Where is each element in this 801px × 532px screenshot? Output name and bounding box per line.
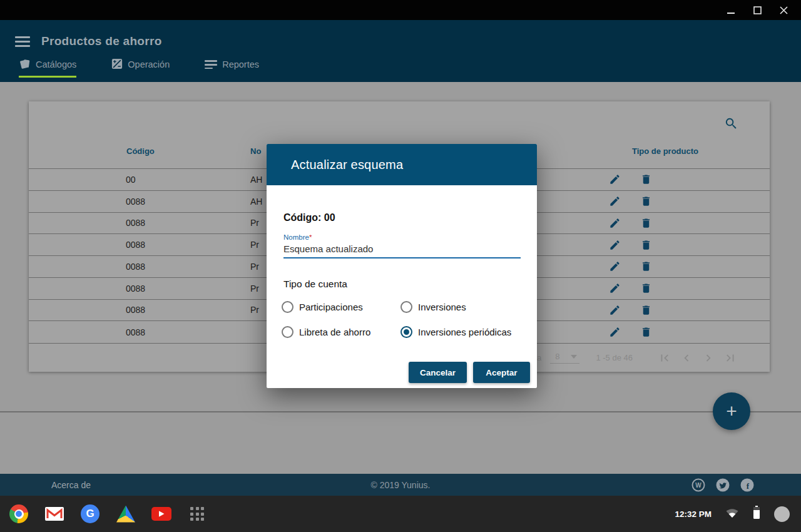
cell-codigo: 0088: [29, 327, 250, 337]
delete-trash-icon[interactable]: [640, 217, 652, 229]
cell-codigo: 0088: [29, 305, 250, 315]
youtube-icon[interactable]: [151, 504, 171, 524]
delete-trash-icon[interactable]: [640, 260, 652, 272]
screen: Productos de ahorro Catálogos Operación …: [0, 0, 801, 532]
radio-inversiones[interactable]: Inversiones: [400, 301, 511, 313]
cell-codigo: 0088: [29, 240, 250, 250]
delete-trash-icon[interactable]: [640, 282, 652, 294]
add-button[interactable]: +: [713, 392, 750, 430]
cell-codigo: 0088: [29, 284, 250, 294]
cancel-button[interactable]: Cancelar: [409, 362, 467, 383]
close-icon[interactable]: [775, 1, 792, 19]
copyright-text: © 2019 Yunius.: [0, 480, 801, 490]
wordpress-icon[interactable]: W: [691, 478, 705, 492]
dialog-header: Actualizar esquema: [267, 144, 537, 185]
radio-circle-icon: [282, 326, 293, 338]
tab-operacion[interactable]: Operación: [111, 58, 170, 78]
twitter-icon[interactable]: [716, 478, 730, 492]
tab-label: Reportes: [222, 59, 259, 69]
delete-trash-icon[interactable]: [640, 173, 652, 185]
edit-pencil-icon[interactable]: [609, 173, 621, 185]
update-scheme-dialog: Actualizar esquema Código: 00 Nombre* Es…: [267, 144, 537, 388]
app-header: Productos de ahorro Catálogos Operación …: [0, 20, 801, 82]
last-page-icon[interactable]: [723, 351, 737, 365]
radio-libreta-de-ahorro[interactable]: Libreta de ahorro: [282, 326, 400, 338]
content-divider: [0, 411, 801, 412]
cell-actions: [526, 195, 735, 207]
edit-pencil-icon[interactable]: [609, 195, 621, 207]
edit-pencil-icon[interactable]: [609, 260, 621, 272]
dialog-title: Actualizar esquema: [291, 158, 403, 172]
pagination-range: 1 -5 de 46: [596, 353, 633, 362]
input-underline: [283, 257, 521, 258]
rows-per-page-label: a: [537, 353, 541, 362]
delete-trash-icon[interactable]: [640, 326, 652, 338]
cell-actions: [526, 217, 735, 229]
minimize-icon[interactable]: [722, 1, 740, 19]
maximize-icon[interactable]: [748, 1, 766, 19]
cell-codigo: 00: [29, 175, 250, 185]
radio-label: Inversiones periódicas: [418, 327, 511, 337]
chrome-icon[interactable]: [9, 504, 29, 524]
edit-pencil-icon[interactable]: [609, 304, 621, 316]
wifi-icon[interactable]: [725, 507, 739, 521]
radio-label: Inversiones: [418, 302, 466, 312]
previous-page-icon[interactable]: [680, 351, 693, 365]
chevron-down-icon: [571, 355, 577, 359]
delete-trash-icon[interactable]: [640, 304, 652, 316]
next-page-icon[interactable]: [702, 351, 715, 365]
column-header-tipo-de-producto: Tipo de producto: [561, 146, 770, 156]
search-icon[interactable]: [724, 116, 738, 133]
drive-icon[interactable]: [116, 504, 136, 524]
reports-icon: [205, 60, 217, 69]
account-type-radio-group: Participaciones Inversiones Libreta de a…: [282, 301, 511, 338]
window-titlebar: [0, 0, 801, 20]
gmail-icon[interactable]: [44, 504, 64, 524]
system-shelf: G 12:32 PM: [0, 496, 801, 532]
radio-label: Libreta de ahorro: [299, 327, 370, 337]
svg-text:W: W: [695, 482, 702, 489]
cell-actions: [526, 326, 735, 338]
radio-circle-icon: [282, 301, 293, 313]
tab-reportes[interactable]: Reportes: [205, 58, 259, 78]
page-size-select[interactable]: 8: [550, 352, 579, 364]
edit-pencil-icon[interactable]: [609, 282, 621, 294]
operation-icon: [111, 58, 123, 71]
tab-label: Operación: [128, 59, 170, 69]
radio-inversiones-periodicas[interactable]: Inversiones periódicas: [400, 326, 511, 338]
radio-circle-icon: [400, 301, 412, 313]
battery-icon[interactable]: [753, 506, 760, 522]
catalogs-icon: [19, 58, 31, 71]
edit-pencil-icon[interactable]: [609, 326, 621, 338]
radio-circle-icon: [400, 326, 412, 338]
tab-catalogos[interactable]: Catálogos: [19, 58, 76, 78]
accept-button[interactable]: Aceptar: [473, 362, 530, 383]
codigo-value: Código: 00: [283, 212, 335, 223]
clock[interactable]: 12:32 PM: [675, 509, 712, 519]
radio-label: Participaciones: [299, 302, 363, 312]
edit-pencil-icon[interactable]: [609, 239, 621, 251]
svg-text:f: f: [747, 481, 750, 491]
required-marker: *: [309, 233, 312, 241]
about-link[interactable]: Acerca de: [51, 480, 91, 490]
delete-trash-icon[interactable]: [640, 239, 652, 251]
cell-codigo: 0088: [29, 218, 250, 228]
tipo-de-cuenta-label: Tipo de cuenta: [283, 279, 347, 290]
tab-bar: Catálogos Operación Reportes: [0, 58, 801, 78]
first-page-icon[interactable]: [658, 351, 671, 365]
cell-actions: [526, 173, 735, 185]
facebook-icon[interactable]: f: [740, 478, 754, 492]
apps-grid-icon[interactable]: [187, 504, 207, 524]
nombre-input[interactable]: Esquema actualizado: [283, 243, 521, 254]
hamburger-icon[interactable]: [15, 34, 30, 49]
nombre-field-label: Nombre*: [283, 233, 312, 241]
column-header-codigo: Código: [29, 146, 250, 156]
edit-pencil-icon[interactable]: [609, 217, 621, 229]
delete-trash-icon[interactable]: [640, 195, 652, 207]
cell-actions: [526, 260, 735, 272]
cell-codigo: 0088: [29, 197, 250, 207]
page-size-value: 8: [555, 352, 559, 361]
radio-participaciones[interactable]: Participaciones: [282, 301, 400, 313]
account-avatar[interactable]: [774, 506, 790, 522]
google-icon[interactable]: G: [80, 504, 100, 524]
